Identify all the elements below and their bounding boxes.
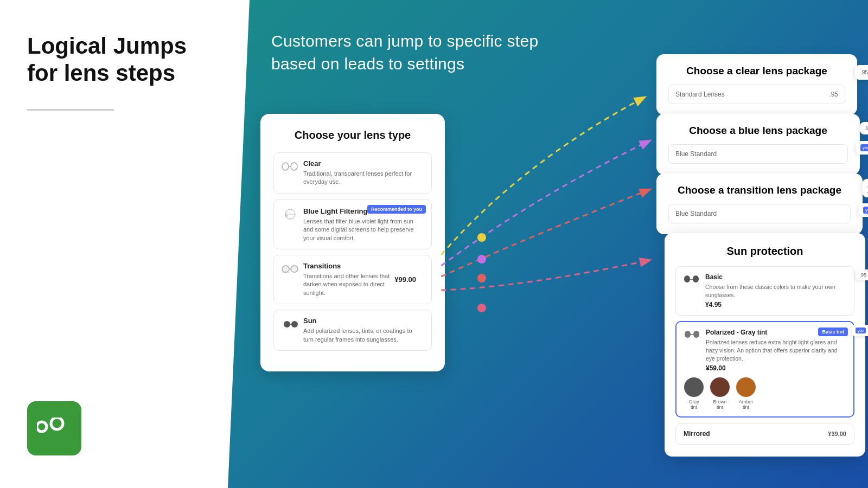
edge-card-trans-2: you [859,203,868,217]
lens-option-blue[interactable]: Recommended to you ☀ Blue Light Filterin… [273,199,432,249]
card-clear-title: Choose a clear lens package [668,65,845,77]
dot-pink [477,304,486,312]
basic-tint-badge: Basic tint [818,328,848,336]
basic-option-price: ¥4.95 [705,301,846,309]
svg-rect-20 [693,331,699,338]
logo [27,401,81,455]
transitions-option-name: Transitions [303,262,398,270]
svg-rect-19 [685,331,691,338]
headline: Customers can jump to specific step base… [271,30,538,75]
edge-polarized: you [852,325,868,336]
sun-icon [282,318,299,333]
card-clear: Choose a clear lens package Standard Len… [656,54,857,115]
svg-rect-0 [37,422,47,432]
card-sun-title: Sun protection [675,245,854,258]
page-title: Logical Jumps for lens steps [27,33,201,87]
left-panel: Logical Jumps for lens steps [0,0,228,488]
svg-rect-13 [284,321,290,328]
polarized-option-desc: Polarized lenses reduce extra bright lig… [706,338,846,362]
card-sun: Sun protection Basic Choose from these c… [665,233,865,457]
edge-card-trans-1: .95.95 [863,179,868,197]
transitions-option-desc: Transitions and other lenses that darken… [303,272,398,297]
card-transition-title: Choose a transition lens package [668,184,851,196]
clear-standard-row: Standard Lenses .95 [668,85,845,104]
lens-option-clear[interactable]: Clear Traditional, transparent lenses pe… [273,152,432,194]
polarized-icon [684,329,700,343]
basic-option-name: Basic [705,273,846,281]
svg-rect-3 [291,163,297,170]
clear-option-name: Clear [303,159,424,168]
brown-swatch-circle [710,377,730,397]
polarized-option-price: ¥59.00 [706,364,846,372]
amber-swatch-circle [736,377,756,397]
sun-mirrored-option[interactable]: Mirrored ¥39.00 [675,423,854,445]
edge-basic: .95 [856,269,868,280]
dot-yellow [477,233,486,242]
mirrored-option-name: Mirrored [684,430,710,438]
blue-option-desc: Lenses that filter blue-violet light fro… [303,217,424,242]
svg-text:····→: ····→ [282,271,290,274]
main-card-title: Choose your lens type [273,129,432,142]
main-lens-card: Choose your lens type Clear Traditional,… [260,114,445,371]
swatch-row: Gray tint Brown tint Amber tint [684,377,846,410]
card-transition: Choose a transition lens package Blue St… [656,174,863,234]
lens-option-sun[interactable]: Sun Add polarized lenses, tints, or coat… [273,310,432,351]
edge-card-blue-1: .95 [860,122,868,134]
svg-rect-2 [282,163,289,170]
dot-coral [477,274,486,282]
blue-filter-icon: ☀ [282,208,299,222]
card-blue: Choose a blue lens package Blue Standard… [656,114,860,175]
recommended-badge: Recommended to you [367,205,426,214]
swatch-gray: Gray tint [684,377,704,410]
sun-option-desc: Add polarized lenses, tints, or coatings… [303,327,424,344]
transition-blue-row: Blue Standard [668,204,851,223]
svg-text:☀: ☀ [285,214,289,219]
svg-rect-17 [693,275,699,282]
basic-option-desc: Choose from these classic colors to make… [705,283,846,299]
dot-purple [477,255,486,264]
mirrored-option-price: ¥39.00 [828,431,846,437]
svg-rect-1 [51,418,63,429]
card-blue-title: Choose a blue lens package [668,125,848,137]
swatch-amber: Amber tint [736,377,756,410]
sun-polarized-option[interactable]: Basic tint Polarized - Gray tint Polariz… [675,321,854,418]
divider [27,109,114,111]
sun-option-name: Sun [303,317,424,325]
svg-rect-10 [291,266,298,272]
clear-lens-icon [282,160,299,175]
right-panel: Customers can jump to specific step base… [228,0,868,488]
transitions-option-price: ¥99.00 [394,275,416,284]
lens-option-transitions[interactable]: ····→ Transitions Transitions and other … [273,255,432,304]
blue-standard-row: Blue Standard [668,144,848,164]
swatch-brown: Brown tint [710,377,730,410]
sun-basic-option[interactable]: Basic Choose from these classic colors t… [675,266,854,316]
transitions-icon: ····→ [282,263,299,277]
clear-option-desc: Traditional, transparent lenses perfect … [303,170,424,187]
gray-swatch-circle [684,377,704,397]
svg-rect-16 [684,275,690,282]
basic-icon [684,273,700,287]
edge-card-clear: .95 [855,65,868,80]
svg-rect-14 [291,321,298,328]
edge-card-blue-2: you [856,141,868,155]
